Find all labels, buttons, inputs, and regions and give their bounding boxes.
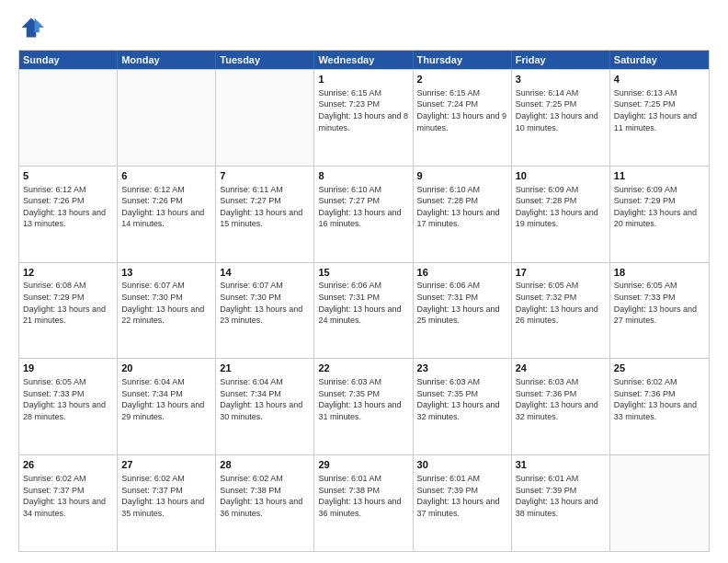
day-info: Sunrise: 6:13 AM Sunset: 7:25 PM Dayligh… [614, 87, 705, 133]
day-cell-26: 26Sunrise: 6:02 AM Sunset: 7:37 PM Dayli… [19, 455, 118, 551]
day-info: Sunrise: 6:02 AM Sunset: 7:37 PM Dayligh… [23, 473, 113, 519]
day-number: 18 [614, 266, 705, 280]
day-info: Sunrise: 6:01 AM Sunset: 7:39 PM Dayligh… [516, 473, 606, 519]
day-info: Sunrise: 6:05 AM Sunset: 7:32 PM Dayligh… [516, 280, 606, 326]
empty-cell [216, 70, 314, 166]
empty-cell [118, 70, 216, 166]
day-info: Sunrise: 6:12 AM Sunset: 7:26 PM Dayligh… [121, 184, 211, 230]
day-info: Sunrise: 6:03 AM Sunset: 7:35 PM Dayligh… [318, 376, 408, 422]
day-number: 31 [516, 458, 606, 472]
calendar: SundayMondayTuesdayWednesdayThursdayFrid… [18, 50, 710, 552]
day-number: 22 [318, 362, 408, 375]
logo-icon [18, 15, 44, 40]
day-number: 15 [318, 266, 408, 280]
day-info: Sunrise: 6:15 AM Sunset: 7:24 PM Dayligh… [417, 87, 507, 133]
day-info: Sunrise: 6:12 AM Sunset: 7:26 PM Dayligh… [23, 184, 113, 230]
day-info: Sunrise: 6:02 AM Sunset: 7:36 PM Dayligh… [614, 376, 705, 422]
header-day-tuesday: Tuesday [216, 51, 314, 69]
header-day-thursday: Thursday [414, 51, 512, 69]
day-info: Sunrise: 6:04 AM Sunset: 7:34 PM Dayligh… [220, 376, 310, 422]
calendar-body: 1Sunrise: 6:15 AM Sunset: 7:23 PM Daylig… [19, 69, 709, 551]
day-info: Sunrise: 6:07 AM Sunset: 7:30 PM Dayligh… [220, 280, 310, 326]
day-number: 21 [220, 362, 310, 375]
empty-cell [610, 455, 709, 551]
day-cell-1: 1Sunrise: 6:15 AM Sunset: 7:23 PM Daylig… [314, 70, 413, 166]
day-info: Sunrise: 6:11 AM Sunset: 7:27 PM Dayligh… [220, 184, 310, 230]
day-cell-27: 27Sunrise: 6:02 AM Sunset: 7:37 PM Dayli… [118, 455, 216, 551]
day-info: Sunrise: 6:15 AM Sunset: 7:23 PM Dayligh… [318, 87, 408, 133]
day-number: 14 [220, 266, 310, 280]
day-number: 16 [417, 266, 507, 280]
day-info: Sunrise: 6:01 AM Sunset: 7:38 PM Dayligh… [318, 473, 408, 519]
day-number: 20 [121, 362, 211, 375]
header-day-monday: Monday [118, 51, 216, 69]
day-info: Sunrise: 6:05 AM Sunset: 7:33 PM Dayligh… [23, 376, 113, 422]
day-number: 6 [121, 169, 211, 183]
day-number: 1 [318, 73, 408, 86]
day-info: Sunrise: 6:04 AM Sunset: 7:34 PM Dayligh… [121, 376, 211, 422]
day-cell-23: 23Sunrise: 6:03 AM Sunset: 7:35 PM Dayli… [414, 359, 512, 454]
day-info: Sunrise: 6:07 AM Sunset: 7:30 PM Dayligh… [121, 280, 211, 326]
day-cell-31: 31Sunrise: 6:01 AM Sunset: 7:39 PM Dayli… [512, 455, 610, 551]
day-cell-8: 8Sunrise: 6:10 AM Sunset: 7:27 PM Daylig… [314, 167, 413, 262]
day-cell-24: 24Sunrise: 6:03 AM Sunset: 7:36 PM Dayli… [512, 359, 610, 454]
calendar-row-5: 26Sunrise: 6:02 AM Sunset: 7:37 PM Dayli… [19, 454, 709, 551]
day-cell-29: 29Sunrise: 6:01 AM Sunset: 7:38 PM Dayli… [314, 455, 413, 551]
day-number: 30 [417, 458, 507, 472]
day-info: Sunrise: 6:02 AM Sunset: 7:37 PM Dayligh… [121, 473, 211, 519]
day-cell-14: 14Sunrise: 6:07 AM Sunset: 7:30 PM Dayli… [216, 263, 314, 359]
calendar-row-3: 12Sunrise: 6:08 AM Sunset: 7:29 PM Dayli… [19, 262, 709, 359]
day-info: Sunrise: 6:10 AM Sunset: 7:27 PM Dayligh… [318, 184, 408, 230]
svg-marker-1 [35, 18, 45, 33]
day-cell-30: 30Sunrise: 6:01 AM Sunset: 7:39 PM Dayli… [414, 455, 512, 551]
day-info: Sunrise: 6:02 AM Sunset: 7:38 PM Dayligh… [220, 473, 310, 519]
day-cell-13: 13Sunrise: 6:07 AM Sunset: 7:30 PM Dayli… [118, 263, 216, 359]
day-number: 27 [121, 458, 211, 472]
day-number: 11 [614, 169, 705, 183]
day-number: 10 [516, 169, 606, 183]
day-info: Sunrise: 6:09 AM Sunset: 7:29 PM Dayligh… [614, 184, 705, 230]
day-info: Sunrise: 6:10 AM Sunset: 7:28 PM Dayligh… [417, 184, 507, 230]
day-info: Sunrise: 6:03 AM Sunset: 7:36 PM Dayligh… [516, 376, 606, 422]
day-info: Sunrise: 6:03 AM Sunset: 7:35 PM Dayligh… [417, 376, 507, 422]
day-cell-4: 4Sunrise: 6:13 AM Sunset: 7:25 PM Daylig… [610, 70, 709, 166]
day-number: 4 [614, 73, 705, 86]
day-number: 8 [318, 169, 408, 183]
day-number: 2 [417, 73, 507, 86]
day-number: 23 [417, 362, 507, 375]
day-cell-20: 20Sunrise: 6:04 AM Sunset: 7:34 PM Dayli… [118, 359, 216, 454]
day-number: 5 [23, 169, 113, 183]
day-cell-21: 21Sunrise: 6:04 AM Sunset: 7:34 PM Dayli… [216, 359, 314, 454]
empty-cell [19, 70, 118, 166]
day-info: Sunrise: 6:06 AM Sunset: 7:31 PM Dayligh… [318, 280, 408, 326]
header [18, 15, 710, 40]
day-info: Sunrise: 6:09 AM Sunset: 7:28 PM Dayligh… [516, 184, 606, 230]
calendar-row-1: 1Sunrise: 6:15 AM Sunset: 7:23 PM Daylig… [19, 69, 709, 166]
day-cell-12: 12Sunrise: 6:08 AM Sunset: 7:29 PM Dayli… [19, 263, 118, 359]
header-day-saturday: Saturday [610, 51, 709, 69]
calendar-row-4: 19Sunrise: 6:05 AM Sunset: 7:33 PM Dayli… [19, 358, 709, 454]
day-info: Sunrise: 6:01 AM Sunset: 7:39 PM Dayligh… [417, 473, 507, 519]
header-day-sunday: Sunday [19, 51, 118, 69]
day-number: 9 [417, 169, 507, 183]
day-number: 17 [516, 266, 606, 280]
day-cell-16: 16Sunrise: 6:06 AM Sunset: 7:31 PM Dayli… [414, 263, 512, 359]
day-cell-25: 25Sunrise: 6:02 AM Sunset: 7:36 PM Dayli… [610, 359, 709, 454]
day-number: 7 [220, 169, 310, 183]
day-number: 3 [516, 73, 606, 86]
day-number: 28 [220, 458, 310, 472]
day-cell-7: 7Sunrise: 6:11 AM Sunset: 7:27 PM Daylig… [216, 167, 314, 262]
header-day-friday: Friday [512, 51, 610, 69]
day-cell-3: 3Sunrise: 6:14 AM Sunset: 7:25 PM Daylig… [512, 70, 610, 166]
header-day-wednesday: Wednesday [314, 51, 413, 69]
day-cell-5: 5Sunrise: 6:12 AM Sunset: 7:26 PM Daylig… [19, 167, 118, 262]
day-cell-11: 11Sunrise: 6:09 AM Sunset: 7:29 PM Dayli… [610, 167, 709, 262]
day-cell-17: 17Sunrise: 6:05 AM Sunset: 7:32 PM Dayli… [512, 263, 610, 359]
logo [18, 15, 48, 40]
day-cell-28: 28Sunrise: 6:02 AM Sunset: 7:38 PM Dayli… [216, 455, 314, 551]
day-cell-19: 19Sunrise: 6:05 AM Sunset: 7:33 PM Dayli… [19, 359, 118, 454]
day-number: 13 [121, 266, 211, 280]
day-cell-18: 18Sunrise: 6:05 AM Sunset: 7:33 PM Dayli… [610, 263, 709, 359]
day-cell-2: 2Sunrise: 6:15 AM Sunset: 7:24 PM Daylig… [414, 70, 512, 166]
day-cell-10: 10Sunrise: 6:09 AM Sunset: 7:28 PM Dayli… [512, 167, 610, 262]
